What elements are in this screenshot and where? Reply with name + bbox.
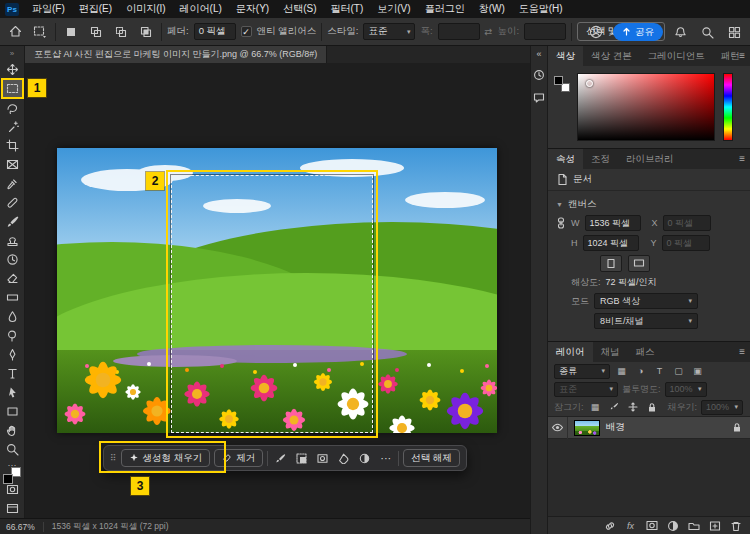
add-layer-mask-icon[interactable] (644, 519, 659, 533)
layer-lock-icon[interactable] (732, 422, 742, 433)
portrait-orientation-button[interactable] (600, 255, 622, 272)
layer-visibility-eye-icon[interactable] (548, 417, 568, 439)
share-button[interactable]: 공유 (613, 23, 663, 41)
tab-libraries[interactable]: 라이브러리 (618, 149, 682, 169)
frame-tool[interactable] (2, 155, 23, 174)
canvas-width-input[interactable]: 1536 픽셀 (585, 215, 641, 231)
tab-gradients[interactable]: 그레이디언트 (640, 46, 713, 66)
hand-tool[interactable] (2, 421, 23, 440)
tool-preset-marquee-icon[interactable] (30, 22, 50, 42)
lock-position-icon[interactable] (626, 400, 641, 414)
layer-thumbnail[interactable] (574, 420, 600, 436)
canvas-height-input[interactable]: 1024 픽셀 (583, 235, 639, 251)
dodge-tool[interactable] (2, 326, 23, 345)
modify-selection-brush-icon[interactable] (272, 450, 289, 467)
panel-foreground-swatch[interactable] (554, 76, 563, 85)
spot-healing-brush-tool[interactable] (2, 193, 23, 212)
color-mode-dropdown[interactable]: RGB 색상▾ (594, 293, 698, 309)
lasso-tool[interactable] (2, 98, 23, 117)
foreground-background-swatches[interactable] (3, 474, 21, 477)
layer-effects-icon[interactable]: fx (623, 519, 638, 533)
blend-mode-dropdown[interactable]: 표준▾ (554, 382, 618, 397)
shape-tool[interactable] (2, 402, 23, 421)
zoom-tool[interactable] (2, 440, 23, 459)
bit-depth-dropdown[interactable]: 8비트/채널▾ (594, 313, 698, 329)
menu-image[interactable]: 이미지(I) (119, 0, 172, 18)
panel-menu-icon[interactable]: ≡ (739, 153, 745, 164)
create-mask-icon[interactable] (314, 450, 331, 467)
filter-type-layers-icon[interactable]: T (652, 364, 667, 378)
swap-dimensions-icon[interactable]: ⇄ (485, 26, 493, 37)
move-tool[interactable] (2, 60, 23, 79)
foreground-color-swatch[interactable] (3, 474, 13, 484)
menu-help[interactable]: 도움말(H) (512, 0, 570, 18)
zoom-level[interactable]: 66.67% (6, 522, 35, 532)
new-group-icon[interactable] (686, 519, 701, 533)
panel-menu-icon[interactable]: ≡ (739, 346, 745, 357)
comments-panel-icon[interactable] (532, 90, 547, 105)
adjustment-layer-icon[interactable] (665, 519, 680, 533)
tab-color[interactable]: 색상 (548, 46, 583, 66)
workspace-switcher-icon[interactable] (724, 22, 744, 42)
tab-properties[interactable]: 속성 (548, 149, 583, 169)
canvas-y-input[interactable]: 0 픽셀 (662, 235, 710, 251)
panel-fg-bg-swatches[interactable] (554, 76, 570, 92)
landscape-orientation-button[interactable] (628, 255, 650, 272)
path-selection-tool[interactable] (2, 383, 23, 402)
tab-adjustments[interactable]: 조정 (583, 149, 618, 169)
feather-input[interactable]: 0 픽셀 (194, 23, 236, 40)
menu-window[interactable]: 창(W) (472, 0, 512, 18)
tab-paths[interactable]: 패스 (628, 342, 663, 362)
type-tool[interactable] (2, 364, 23, 383)
lock-all-icon[interactable] (645, 400, 660, 414)
history-brush-tool[interactable] (2, 250, 23, 269)
filter-adjustment-layers-icon[interactable]: ◑ (633, 364, 648, 378)
menu-plugins[interactable]: 플러그인 (418, 0, 472, 18)
notifications-bell-icon[interactable] (670, 22, 690, 42)
toolbar-grip[interactable]: » (10, 48, 14, 60)
height-input[interactable] (524, 23, 566, 40)
width-input[interactable] (438, 23, 480, 40)
tab-channels[interactable]: 채널 (593, 342, 628, 362)
expand-panels-icon[interactable]: « (536, 49, 541, 59)
intersect-selection-icon[interactable] (136, 22, 156, 42)
add-to-selection-icon[interactable] (86, 22, 106, 42)
eyedropper-tool[interactable] (2, 174, 23, 193)
layer-row-background[interactable]: 배경 (548, 417, 750, 439)
gradient-tool[interactable] (2, 288, 23, 307)
brush-tool[interactable] (2, 212, 23, 231)
user-account-icon[interactable] (586, 22, 606, 42)
document-tab[interactable]: 포토샵 AI 사진 편집으로 마케팅 이미지 만들기.png @ 66.7% (… (25, 46, 327, 63)
filter-kind-dropdown[interactable]: 종류▾ (554, 364, 610, 379)
pen-tool[interactable] (2, 345, 23, 364)
canvas-area[interactable]: 2 ⠿ 생성형 채우기 제거 (25, 63, 530, 518)
panel-menu-icon[interactable]: ≡ (739, 50, 745, 61)
new-layer-icon[interactable] (707, 519, 722, 533)
opacity-dropdown[interactable]: 100%▾ (665, 382, 707, 397)
hue-slider[interactable] (723, 73, 733, 141)
eraser-tool[interactable] (2, 269, 23, 288)
deselect-button[interactable]: 선택 해제 (403, 449, 460, 467)
fill-selection-icon[interactable] (335, 450, 352, 467)
lock-transparency-icon[interactable]: ▦ (588, 400, 603, 414)
canvas-x-input[interactable]: 0 픽셀 (663, 215, 711, 231)
link-dimensions-icon[interactable] (556, 217, 566, 229)
tab-layers[interactable]: 레이어 (548, 342, 593, 362)
menu-file[interactable]: 파일(F) (25, 0, 72, 18)
adjustment-icon[interactable] (356, 450, 373, 467)
blur-tool[interactable] (2, 307, 23, 326)
menu-filter[interactable]: 필터(T) (324, 0, 371, 18)
style-dropdown[interactable]: 표준▾ (363, 23, 415, 40)
menu-select[interactable]: 선택(S) (276, 0, 323, 18)
fill-dropdown[interactable]: 100%▾ (701, 400, 743, 415)
home-icon[interactable] (5, 22, 25, 42)
link-layers-icon[interactable] (602, 519, 617, 533)
color-picker-cursor[interactable] (586, 80, 593, 87)
delete-layer-icon[interactable] (728, 519, 743, 533)
history-panel-icon[interactable] (532, 67, 547, 82)
anti-alias-checkbox[interactable]: ✓ (241, 26, 252, 37)
new-selection-icon[interactable] (61, 22, 81, 42)
menu-view[interactable]: 보기(V) (370, 0, 417, 18)
tab-swatches[interactable]: 색상 견본 (583, 46, 640, 66)
invert-selection-icon[interactable] (293, 450, 310, 467)
